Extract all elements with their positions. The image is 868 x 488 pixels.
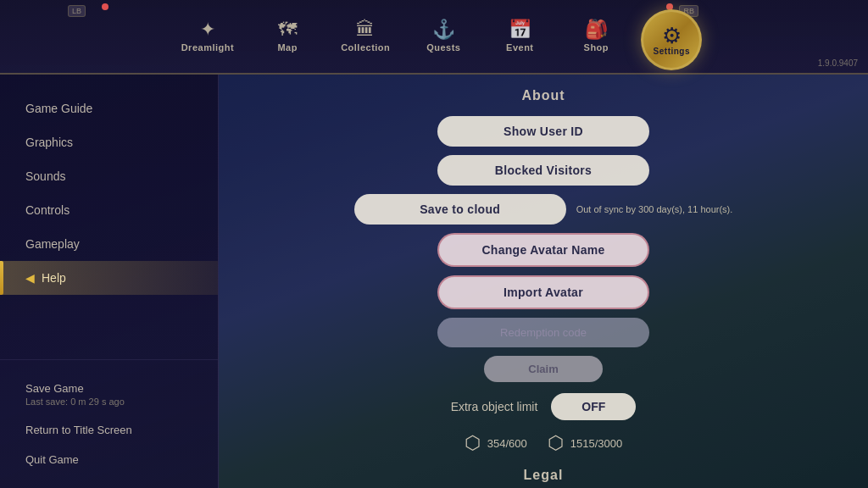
sidebar: Game Guide Graphics Sounds Controls Game… <box>0 75 219 488</box>
top-navigation: LB RB ✦ Dreamlight 🗺 Map 🏛 Collection ⚓ … <box>0 0 868 75</box>
collection-icon: 🏛 <box>356 20 375 39</box>
sidebar-item-save-game[interactable]: Save Game Last save: 0 m 29 s ago <box>0 374 218 415</box>
cube-icon-2: ⬡ <box>548 432 564 454</box>
save-cloud-row: Save to cloud Out of sync by 300 day(s),… <box>340 191 747 227</box>
extra-object-label: Extra object limit <box>451 400 538 413</box>
count-item-2: ⬡ 1515/3000 <box>548 432 622 454</box>
nav-item-quests[interactable]: ⚓ Quests <box>405 14 481 59</box>
sidebar-item-sounds[interactable]: Sounds <box>0 159 218 193</box>
sidebar-item-quit[interactable]: Quit Game <box>0 445 218 474</box>
about-title: About <box>521 88 565 103</box>
nav-item-event[interactable]: 📅 Event <box>481 14 558 59</box>
sidebar-item-gameplay[interactable]: Gameplay <box>0 227 218 261</box>
nav-item-map[interactable]: 🗺 Map <box>249 14 326 59</box>
shop-label: Shop <box>584 42 609 53</box>
nav-dot-left <box>102 3 108 10</box>
change-avatar-name-button[interactable]: Change Avatar Name <box>437 233 649 267</box>
settings-icon: ⚙ <box>662 25 682 47</box>
sidebar-item-controls[interactable]: Controls <box>0 193 218 227</box>
settings-label: Settings <box>654 47 690 56</box>
sidebar-bottom-section: Save Game Last save: 0 m 29 s ago Return… <box>0 359 218 488</box>
collection-label: Collection <box>341 42 390 53</box>
dreamlight-icon: ✦ <box>200 20 215 39</box>
lb-button[interactable]: LB <box>68 5 86 17</box>
extra-object-row: Extra object limit OFF <box>451 393 637 420</box>
count-value-2: 1515/3000 <box>570 437 622 450</box>
show-user-id-button[interactable]: Show User ID <box>437 116 649 147</box>
save-game-sub: Last save: 0 m 29 s ago <box>25 396 192 407</box>
version-label: 1.9.0.9407 <box>818 58 858 68</box>
save-game-title: Save Game <box>25 382 192 395</box>
settings-panel: About Show User ID Blocked Visitors Save… <box>219 75 868 488</box>
nav-items-list: ✦ Dreamlight 🗺 Map 🏛 Collection ⚓ Quests… <box>7 6 861 67</box>
count-value-1: 354/600 <box>487 437 527 450</box>
dreamlight-label: Dreamlight <box>181 42 234 53</box>
nav-item-dreamlight[interactable]: ✦ Dreamlight <box>166 14 249 59</box>
nav-item-shop[interactable]: 🎒 Shop <box>558 14 634 59</box>
quests-label: Quests <box>426 42 460 53</box>
object-counts: ⬡ 354/600 ⬡ 1515/3000 <box>465 432 622 454</box>
blocked-visitors-button[interactable]: Blocked Visitors <box>437 155 649 186</box>
sidebar-item-game-guide[interactable]: Game Guide <box>0 92 218 125</box>
event-label: Event <box>506 42 533 53</box>
nav-item-settings[interactable]: ⚙ Settings <box>641 9 702 70</box>
extra-object-toggle[interactable]: OFF <box>551 393 636 420</box>
sync-note: Out of sync by 300 day(s), 11 hour(s). <box>576 204 733 214</box>
map-icon: 🗺 <box>278 20 297 39</box>
quests-icon: ⚓ <box>432 20 455 39</box>
claim-button[interactable]: Claim <box>484 356 603 382</box>
event-icon: 📅 <box>509 20 531 39</box>
cube-icon-1: ⬡ <box>465 432 481 454</box>
nav-item-collection[interactable]: 🏛 Collection <box>326 14 405 59</box>
count-item-1: ⬡ 354/600 <box>465 432 527 454</box>
redemption-code-input[interactable] <box>437 318 649 347</box>
shop-icon: 🎒 <box>585 20 608 39</box>
map-label: Map <box>277 42 298 53</box>
active-arrow: ◀ <box>25 271 35 285</box>
sidebar-item-return[interactable]: Return to Title Screen <box>0 415 218 445</box>
sidebar-item-help[interactable]: ◀Help <box>0 261 218 295</box>
import-avatar-button[interactable]: Import Avatar <box>437 275 649 309</box>
sidebar-item-graphics[interactable]: Graphics <box>0 125 218 159</box>
legal-title: Legal <box>524 468 564 483</box>
save-to-cloud-button[interactable]: Save to cloud <box>354 194 566 225</box>
main-content: Game Guide Graphics Sounds Controls Game… <box>0 75 868 488</box>
